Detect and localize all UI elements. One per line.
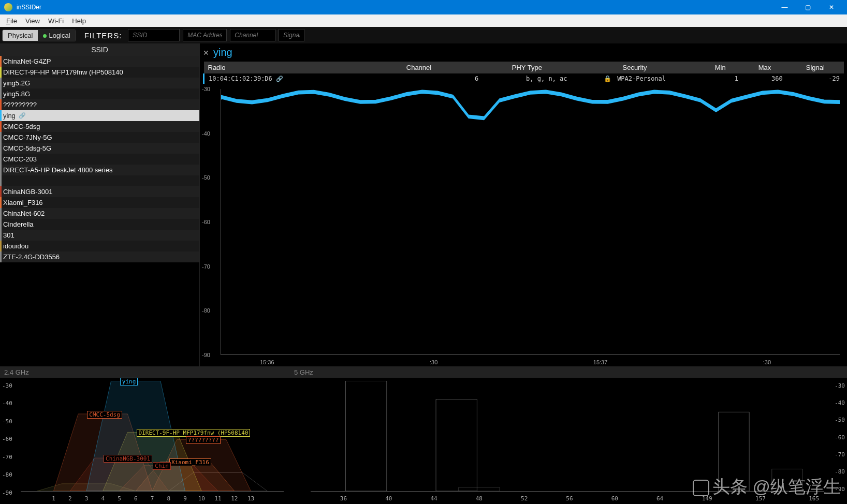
ssid-panel: SSID ChinaNet-G4ZPDIRECT-9F-HP MFP179fnw…	[0, 43, 199, 366]
ssid-row[interactable]: CMCC-5dsg-5G	[0, 143, 199, 154]
x-tick-label: 56	[566, 495, 573, 502]
y-tick-label: -80	[835, 468, 845, 475]
filters-label: FILTERS:	[84, 31, 122, 40]
ssid-name: CMCC-203	[3, 155, 37, 163]
spectrum-24-title: 2.4 GHz	[0, 367, 290, 378]
spectrum-5-title: 5 GHz	[290, 367, 847, 378]
close-button[interactable]: ✕	[820, 0, 843, 14]
ssid-name: ZTE-2.4G-DD3556	[3, 253, 60, 261]
x-tick-label: 4	[101, 495, 105, 502]
x-tick-label: 52	[521, 495, 528, 502]
col-security[interactable]: Security	[572, 62, 698, 73]
ssid-row[interactable]: Xiaomi_F316	[0, 197, 199, 208]
y-tick-label: -30	[202, 86, 210, 92]
menu-wifi[interactable]: Wi-Fi	[44, 16, 68, 26]
y-tick-label: -40	[835, 399, 845, 406]
spectrum-24-body: yingCMCC-5dsgDIRECT-9F-HP MFP179fnw (HP5…	[0, 378, 290, 504]
cell-phy: b, g, n, ac	[483, 73, 571, 84]
ssid-row[interactable]: ying5.8G	[0, 88, 199, 99]
cell-signal: -29	[787, 73, 844, 84]
ssid-row[interactable]	[0, 175, 199, 186]
x-tick-label: :30	[430, 359, 437, 365]
x-tick-label: :30	[763, 359, 771, 365]
close-detail-button[interactable]: ✕	[203, 49, 209, 57]
menu-view[interactable]: View	[21, 16, 44, 26]
ssid-name: Cinderella	[3, 220, 34, 228]
ssid-row[interactable]: 301	[0, 230, 199, 241]
x-tick-label: 64	[656, 495, 663, 502]
col-min[interactable]: Min	[698, 62, 742, 73]
radio-table: Radio Channel PHY Type Security Min Max …	[203, 62, 844, 84]
ssid-row[interactable]: CMCC-7JNy-5G	[0, 132, 199, 143]
y-tick-label: -70	[835, 451, 845, 458]
menu-help[interactable]: Help	[68, 16, 90, 26]
x-tick-label: 40	[385, 495, 392, 502]
col-phy[interactable]: PHY Type	[483, 62, 571, 73]
x-tick-label: 9	[183, 495, 187, 502]
col-radio[interactable]: Radio	[204, 62, 356, 73]
cell-min: 1	[698, 73, 742, 84]
ssid-name: CMCC-5dsg	[3, 123, 40, 130]
filter-mac-input[interactable]	[183, 29, 227, 41]
x-tick-label: 2	[68, 495, 72, 502]
ssid-list[interactable]: ChinaNet-G4ZPDIRECT-9F-HP MFP179fnw (HP5…	[0, 56, 199, 366]
ssid-row[interactable]: ChinaNet-602	[0, 208, 199, 219]
minimize-button[interactable]: —	[773, 0, 796, 14]
cell-radio: 10:04:C1:02:39:D6 🔗	[204, 73, 356, 84]
svg-rect-11	[459, 487, 500, 491]
ssid-column-header[interactable]: SSID	[0, 43, 199, 56]
ssid-name: ChinaNet-602	[3, 210, 45, 217]
menubar: File View Wi-Fi Help	[0, 14, 847, 27]
ssid-row[interactable]: ZTE-2.4G-DD3556	[0, 251, 199, 262]
ssid-row[interactable]: idouidou	[0, 241, 199, 251]
link-icon: 🔗	[276, 76, 283, 82]
detail-panel: ✕ ying Radio Channel PHY Type Security M…	[200, 43, 847, 366]
cell-max: 360	[742, 73, 787, 84]
spectrum-row: 2.4 GHz yingCMCC-5dsgDIRECT-9F-HP MFP179…	[0, 367, 847, 504]
maximize-button[interactable]: ▢	[796, 0, 820, 14]
x-tick-label: 157	[755, 495, 766, 502]
menu-file[interactable]: File	[2, 16, 21, 26]
ssid-row[interactable]: DIRECT-9F-HP MFP179fnw (HP508140	[0, 67, 199, 78]
network-label: Xiaomi_F316	[169, 458, 211, 466]
ssid-row[interactable]: ChinaNet-G4ZP	[0, 56, 199, 67]
col-channel[interactable]: Channel	[356, 62, 483, 73]
ssid-row[interactable]: Cinderella	[0, 219, 199, 230]
ssid-row[interactable]: ?????????	[0, 99, 199, 110]
network-label: Chin	[153, 462, 171, 470]
ssid-name: ?????????	[3, 101, 37, 109]
filter-signal-input[interactable]	[279, 29, 304, 41]
filter-ssid-input[interactable]	[128, 29, 180, 41]
y-tick-label: -80	[2, 471, 12, 478]
spectrum-5-body: -30-40-50-60-70-80-903640444852566064149…	[290, 378, 847, 504]
signal-time-chart: -30-40-50-60-70-80-9015:36:3015:37:30	[203, 89, 844, 366]
x-tick-label: 11	[214, 495, 221, 502]
ssid-name: idouidou	[3, 242, 28, 250]
app-title: inSSIDer	[17, 4, 41, 11]
x-tick-label: 8	[167, 495, 170, 502]
ssid-name: ChinaNGB-3001	[3, 188, 52, 196]
svg-rect-9	[345, 381, 386, 491]
ssid-row[interactable]: DIRECT-A5-HP DeskJet 4800 series	[0, 165, 199, 175]
network-label: DIRECT-9F-HP MFP179fnw (HP508140	[137, 429, 251, 437]
ssid-row[interactable]: CMCC-203	[0, 154, 199, 165]
y-tick-label: -70	[202, 263, 210, 270]
x-tick-label: 10	[198, 495, 205, 502]
x-tick-label: 60	[611, 495, 618, 502]
mode-logical[interactable]: Logical	[38, 30, 75, 41]
ssid-name: DIRECT-9F-HP MFP179fnw (HP508140	[3, 68, 123, 76]
ssid-row[interactable]: CMCC-5dsg	[0, 121, 199, 132]
spectrum-24ghz-panel: 2.4 GHz yingCMCC-5dsgDIRECT-9F-HP MFP179…	[0, 367, 290, 504]
ssid-name: ying5.2G	[3, 79, 30, 87]
ssid-row[interactable]: ying🔗	[0, 110, 199, 121]
col-max[interactable]: Max	[742, 62, 787, 73]
col-signal[interactable]: Signal	[787, 62, 844, 73]
x-tick-label: 6	[134, 495, 138, 502]
ssid-row[interactable]: ChinaNGB-3001	[0, 186, 199, 197]
mode-physical[interactable]: Physical	[3, 30, 38, 41]
filter-channel-input[interactable]	[230, 29, 275, 41]
radio-row[interactable]: 10:04:C1:02:39:D6 🔗 6 b, g, n, ac 🔒 WPA2…	[204, 73, 844, 84]
y-tick-label: -90	[835, 485, 845, 492]
y-tick-label: -60	[835, 434, 845, 440]
ssid-row[interactable]: ying5.2G	[0, 78, 199, 88]
